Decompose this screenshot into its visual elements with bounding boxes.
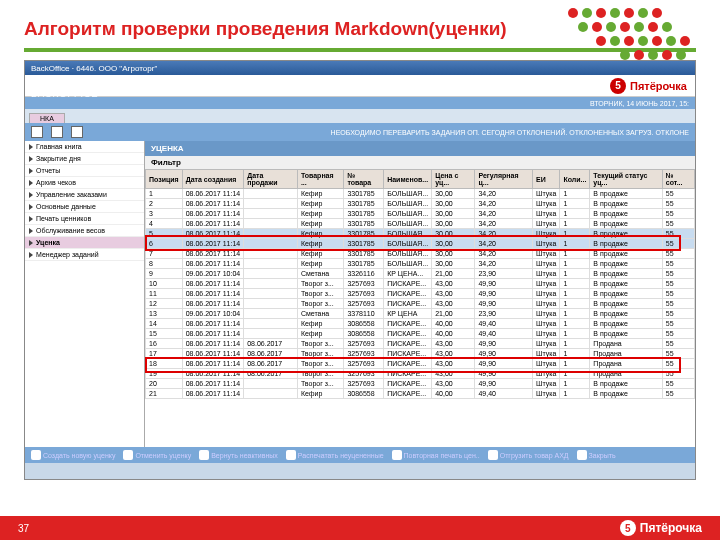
cell: 09.06.2017 10:04: [182, 269, 244, 279]
table-row[interactable]: 1608.06.2017 11:1408.06.2017Творог з...3…: [146, 339, 695, 349]
table-row[interactable]: 808.06.2017 11:14Кефир3301785БОЛЬШАЯ...3…: [146, 259, 695, 269]
cell: 55: [662, 219, 694, 229]
footer-action[interactable]: Повторная печать цен..: [392, 450, 480, 460]
column-header[interactable]: № товара: [344, 170, 384, 189]
tool-icon[interactable]: [51, 126, 63, 138]
table-row[interactable]: 2008.06.2017 11:14Творог з...3257693ПИСК…: [146, 379, 695, 389]
tab-markdown[interactable]: НКА: [29, 113, 65, 123]
column-header[interactable]: № сот...: [662, 170, 694, 189]
column-header[interactable]: Позиция: [146, 170, 183, 189]
cell: 30,00: [432, 239, 475, 249]
sidebar-item[interactable]: Управление заказами: [25, 189, 144, 201]
column-header[interactable]: ЕИ: [533, 170, 560, 189]
cell: БОЛЬШАЯ...: [384, 209, 432, 219]
sidebar-item-label: Менеджер заданий: [36, 251, 99, 258]
cell: Штука: [533, 319, 560, 329]
cell: 1: [560, 319, 590, 329]
filter-label[interactable]: Фильтр: [145, 156, 695, 169]
cell: 20: [146, 379, 183, 389]
footer-action[interactable]: Распечатать неуцененные: [286, 450, 384, 460]
cell: 49,90: [475, 279, 533, 289]
footer-action[interactable]: Отгрузить товар АХД: [488, 450, 569, 460]
table-row[interactable]: 1108.06.2017 11:14Творог з...3257693ПИСК…: [146, 289, 695, 299]
data-grid[interactable]: ПозицияДата созданияДата продажиТоварная…: [145, 169, 695, 399]
table-row[interactable]: 608.06.2017 11:14Кефир3301785БОЛЬШАЯ...3…: [146, 239, 695, 249]
cell: 30,00: [432, 189, 475, 199]
cell: 1: [560, 249, 590, 259]
footer-action[interactable]: Вернуть неактивных: [199, 450, 278, 460]
cell: Штука: [533, 349, 560, 359]
table-row[interactable]: 909.06.2017 10:04Сметана3326116КР ЦЕНА..…: [146, 269, 695, 279]
column-header[interactable]: Регулярная ц...: [475, 170, 533, 189]
cell: 49,90: [475, 349, 533, 359]
triangle-icon: [29, 216, 33, 222]
column-header[interactable]: Текущий статус уц...: [590, 170, 662, 189]
sidebar-item[interactable]: Архив чеков: [25, 177, 144, 189]
table-row[interactable]: 208.06.2017 11:14Кефир3301785БОЛЬШАЯ...3…: [146, 199, 695, 209]
table-row[interactable]: 1208.06.2017 11:14Творог з...3257693ПИСК…: [146, 299, 695, 309]
cell: Кефир: [297, 229, 343, 239]
cell: 21,00: [432, 309, 475, 319]
cell: 13: [146, 309, 183, 319]
cell: [244, 269, 298, 279]
cell: 15: [146, 329, 183, 339]
table-row[interactable]: 1908.06.2017 11:1408.06.2017Творог з...3…: [146, 369, 695, 379]
cell: БОЛЬШАЯ...: [384, 229, 432, 239]
cell: [244, 199, 298, 209]
cell: ПИСКАРЕ...: [384, 289, 432, 299]
table-row[interactable]: 1708.06.2017 11:1408.06.2017Творог з...3…: [146, 349, 695, 359]
sidebar-item[interactable]: Отчеты: [25, 165, 144, 177]
sidebar-item[interactable]: Менеджер заданий: [25, 249, 144, 261]
brand-num-icon: 5: [610, 78, 626, 94]
table-row[interactable]: 408.06.2017 11:14Кефир3301785БОЛЬШАЯ...3…: [146, 219, 695, 229]
cell: 3257693: [344, 369, 384, 379]
cell: 3301785: [344, 239, 384, 249]
cell: 3257693: [344, 289, 384, 299]
cell: 08.06.2017: [244, 359, 298, 369]
column-header[interactable]: Товарная ...: [297, 170, 343, 189]
cell: [244, 309, 298, 319]
sidebar-item[interactable]: Основные данные: [25, 201, 144, 213]
column-header[interactable]: Дата создания: [182, 170, 244, 189]
table-row[interactable]: 1309.06.2017 10:04Сметана3378110КР ЦЕНА2…: [146, 309, 695, 319]
cell: ПИСКАРЕ...: [384, 349, 432, 359]
sidebar-item[interactable]: Обслуживание весов: [25, 225, 144, 237]
sidebar-item[interactable]: Закрытие дня: [25, 153, 144, 165]
sidebar-item[interactable]: Печать ценников: [25, 213, 144, 225]
sidebar-item[interactable]: Главная книга: [25, 141, 144, 153]
column-header[interactable]: Наименов...: [384, 170, 432, 189]
cell: Кефир: [297, 189, 343, 199]
cell: 43,00: [432, 279, 475, 289]
table-row[interactable]: 1808.06.2017 11:1408.06.2017Творог з...3…: [146, 359, 695, 369]
cell: 49,90: [475, 369, 533, 379]
cell: [244, 289, 298, 299]
footer-action[interactable]: Отменить уценку: [123, 450, 191, 460]
column-header[interactable]: Коли...: [560, 170, 590, 189]
triangle-icon: [29, 204, 33, 210]
cell: Творог з...: [297, 359, 343, 369]
table-row[interactable]: 308.06.2017 11:14Кефир3301785БОЛЬШАЯ...3…: [146, 209, 695, 219]
tool-icon[interactable]: [31, 126, 43, 138]
cell: 55: [662, 269, 694, 279]
action-icon: [577, 450, 587, 460]
footer-action[interactable]: Создать новую уценку: [31, 450, 115, 460]
table-row[interactable]: 108.06.2017 11:14Кефир3301785БОЛЬШАЯ...3…: [146, 189, 695, 199]
table-row[interactable]: 1408.06.2017 11:14Кефир3086558ПИСКАРЕ...…: [146, 319, 695, 329]
table-row[interactable]: 708.06.2017 11:14Кефир3301785БОЛЬШАЯ...3…: [146, 249, 695, 259]
tool-icon[interactable]: [71, 126, 83, 138]
table-row[interactable]: 1008.06.2017 11:14Творог з...3257693ПИСК…: [146, 279, 695, 289]
table-row[interactable]: 2108.06.2017 11:14Кефир3086558ПИСКАРЕ...…: [146, 389, 695, 399]
cell: Творог з...: [297, 279, 343, 289]
cell: 34,20: [475, 199, 533, 209]
sidebar-item-label: Основные данные: [36, 203, 96, 210]
table-row[interactable]: 1508.06.2017 11:14Кефир3086558ПИСКАРЕ...…: [146, 329, 695, 339]
cell: 43,00: [432, 299, 475, 309]
cell: 08.06.2017 11:14: [182, 199, 244, 209]
column-header[interactable]: Цена с уц...: [432, 170, 475, 189]
footer-action[interactable]: Закрыть: [577, 450, 616, 460]
sidebar-item[interactable]: Уценка: [25, 237, 144, 249]
info-bar: ВТОРНИК, 14 ИЮНЬ 2017, 15:: [25, 97, 695, 109]
cell: 08.06.2017 11:14: [182, 229, 244, 239]
column-header[interactable]: Дата продажи: [244, 170, 298, 189]
table-row[interactable]: 508.06.2017 11:14Кефир3301785БОЛЬШАЯ...3…: [146, 229, 695, 239]
